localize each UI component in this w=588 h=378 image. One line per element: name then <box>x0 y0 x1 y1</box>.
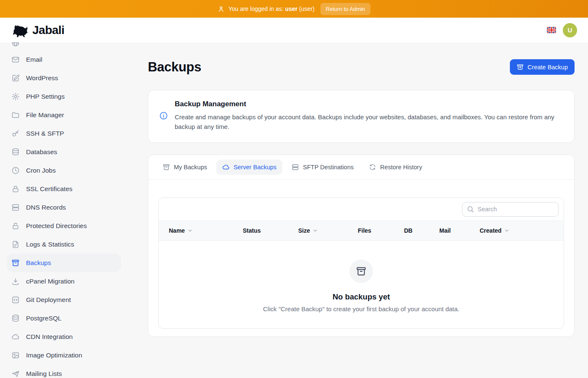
person-icon <box>218 5 225 13</box>
column-label: Size <box>298 227 310 234</box>
sidebar-item-git-deployment[interactable]: Git Deployment <box>7 291 121 309</box>
column-label: Status <box>243 227 261 234</box>
column-header-created[interactable]: Created <box>480 227 564 234</box>
sidebar-item-databases[interactable]: Databases <box>7 143 121 161</box>
sidebar-item-postgresql[interactable]: PostgreSQL <box>7 309 121 328</box>
download-icon <box>11 277 20 286</box>
info-card: Backup Management Create and manage back… <box>148 90 575 143</box>
lock-icon <box>11 222 20 230</box>
gear-icon <box>11 92 20 101</box>
sidebar-item-mailing-lists[interactable]: Mailing Lists <box>7 365 121 378</box>
tab-sftp-destinations[interactable]: SFTP Destinations <box>286 160 360 175</box>
folder-icon <box>11 111 20 119</box>
send-icon <box>11 370 20 378</box>
refresh-icon <box>369 163 376 171</box>
return-to-admin-button[interactable]: Return to Admin <box>320 3 370 15</box>
chevron-down-icon <box>312 228 318 233</box>
sidebar-item-ssh-sftp[interactable]: SSH & SFTP <box>7 124 121 143</box>
tab-server-backups[interactable]: Server Backups <box>216 160 282 175</box>
info-card-title: Backup Management <box>175 100 562 108</box>
archive-icon <box>163 163 170 171</box>
sidebar-item-label: Databases <box>26 148 57 156</box>
sidebar-item-label: Backups <box>26 259 51 267</box>
sidebar-item-cron-jobs[interactable]: Cron Jobs <box>7 161 121 180</box>
sidebar-item-label: File Manager <box>26 111 64 119</box>
impersonation-bar: You are logged in as: user (user) Return… <box>0 0 588 18</box>
tab-my-backups[interactable]: My Backups <box>157 160 213 175</box>
mail-icon <box>11 55 20 64</box>
sidebar-item-cdn-integration[interactable]: CDN Integration <box>7 328 121 346</box>
empty-state-title: No backups yet <box>333 292 390 302</box>
info-card-body: Create and manage backups of your accoun… <box>175 112 562 132</box>
clock-icon <box>11 166 20 175</box>
sidebar-item-label: Git Deployment <box>26 296 71 304</box>
column-header-mail[interactable]: Mail <box>439 227 480 234</box>
server-icon <box>291 163 299 171</box>
sidebar-item-dns-records[interactable]: DNS Records <box>7 198 121 217</box>
user-avatar[interactable]: U <box>563 23 577 37</box>
column-header-size[interactable]: Size <box>298 227 358 234</box>
sidebar-item-backups[interactable]: Backups <box>7 254 121 272</box>
cloud-icon <box>11 333 20 341</box>
brand[interactable]: Jabali <box>11 23 64 38</box>
sidebar-item-label: Protected Directories <box>26 222 87 230</box>
search-icon <box>467 205 474 213</box>
main-content: Backups Create Backup Backup Management … <box>134 42 588 378</box>
chevron-down-icon <box>187 228 193 233</box>
column-label: Mail <box>439 227 451 234</box>
sidebar-item-email[interactable]: Email <box>7 50 121 69</box>
boar-logo-icon <box>11 23 29 38</box>
sidebar-item-image-optimization[interactable]: Image Optimization <box>7 346 121 365</box>
key-icon <box>11 129 20 138</box>
tab-bar: My Backups Server Backups SFTP Destinati… <box>148 155 574 179</box>
uk-flag-icon[interactable] <box>547 27 556 33</box>
sidebar-item-wordpress[interactable]: WordPress <box>7 69 121 87</box>
tab-label: SFTP Destinations <box>303 164 354 171</box>
sidebar-item-label: Email <box>26 56 42 63</box>
sidebar-item-logs-statistics[interactable]: Logs & Statistics <box>7 235 121 254</box>
create-backup-label: Create Backup <box>528 64 568 71</box>
sidebar-item-file-manager[interactable]: File Manager <box>7 106 121 124</box>
archive-icon <box>11 259 20 267</box>
sidebar: Email WordPress PHP Settings File Manage… <box>0 42 134 378</box>
code-icon <box>11 296 20 304</box>
login-role: (user) <box>299 5 315 12</box>
sidebar-item-label: Cron Jobs <box>26 167 56 174</box>
sidebar-item-label: DNS Records <box>26 204 66 211</box>
tab-label: My Backups <box>174 164 207 171</box>
sidebar-item-label: cPanel Migration <box>26 278 74 285</box>
empty-state: No backups yet Click "Create Backup" to … <box>159 241 564 328</box>
backups-table-card: Name Status Size Files <box>158 197 564 329</box>
table-header-row: Name Status Size Files <box>159 220 564 241</box>
column-header-files[interactable]: Files <box>358 227 404 234</box>
search-input[interactable] <box>462 202 559 217</box>
login-username: user <box>285 5 298 12</box>
sidebar-item-label: Logs & Statistics <box>26 241 74 248</box>
create-backup-button[interactable]: Create Backup <box>510 59 575 75</box>
column-label: Created <box>480 227 501 234</box>
login-prefix: You are logged in as: <box>228 5 284 12</box>
tab-label: Restore History <box>380 164 422 171</box>
tab-restore-history[interactable]: Restore History <box>363 160 428 175</box>
sidebar-item-php-settings[interactable]: PHP Settings <box>7 87 121 106</box>
column-header-db[interactable]: DB <box>404 227 439 234</box>
sidebar-item-label: Mailing Lists <box>26 370 62 378</box>
column-header-status[interactable]: Status <box>243 227 298 234</box>
sidebar-item-ssl-certificates[interactable]: SSL Certificates <box>7 180 121 198</box>
column-label: DB <box>404 227 412 234</box>
sidebar-item-label: CDN Integration <box>26 333 73 341</box>
sidebar-item-label: Image Optimization <box>26 352 82 359</box>
page-title: Backups <box>148 60 201 75</box>
database-icon <box>11 314 20 323</box>
sidebar-item-protected-directories[interactable]: Protected Directories <box>7 217 121 235</box>
sidebar-item-label: SSH & SFTP <box>26 130 64 137</box>
logged-in-message: You are logged in as: user (user) <box>218 5 315 13</box>
sidebar-item-label: PHP Settings <box>26 93 65 100</box>
sidebar-item-cpanel-migration[interactable]: cPanel Migration <box>7 272 121 291</box>
chevron-down-icon <box>504 228 509 233</box>
column-header-name[interactable]: Name <box>169 227 243 234</box>
lock-icon <box>11 185 20 193</box>
empty-state-message: Click "Create Backup" to create your fir… <box>263 305 459 312</box>
backups-panel: My Backups Server Backups SFTP Destinati… <box>148 155 575 337</box>
app-header: Jabali U <box>0 18 588 42</box>
